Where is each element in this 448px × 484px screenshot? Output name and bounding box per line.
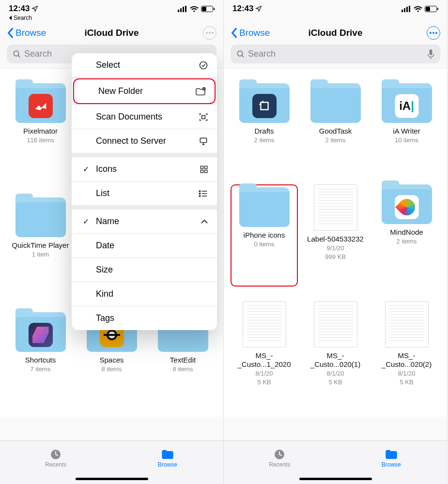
svg-rect-34 [430,49,433,55]
svg-point-8 [209,32,211,34]
wifi-icon [414,6,422,12]
folder-ia-writer[interactable]: iA| iA Writer 10 items [373,83,440,170]
grid-icon [200,165,208,174]
location-icon [31,5,38,12]
context-menu: Select New Folder Scan Documents Connect… [72,53,217,330]
back-caret-icon [9,15,13,20]
svg-rect-3 [185,6,186,12]
menu-select[interactable]: Select [72,53,217,77]
svg-point-33 [237,51,243,56]
pixelmator-app-icon [29,94,53,118]
more-button[interactable] [427,26,440,40]
clock-icon [49,449,62,460]
folder-shortcuts[interactable]: Shortcuts 7 items [7,312,74,412]
back-to-search[interactable]: Search [0,15,223,23]
folder-mindnode[interactable]: MindNode 2 items [373,184,440,287]
svg-rect-1 [180,8,182,12]
search-icon [13,50,21,59]
mindnode-app-icon [395,195,419,219]
document-thumbnail [243,301,286,348]
menu-new-folder[interactable]: New Folder [73,78,216,104]
clock-icon [273,449,286,460]
svg-rect-29 [437,8,438,10]
svg-rect-16 [205,166,207,168]
chevron-left-icon [231,28,237,38]
document-thumbnail [314,301,357,348]
status-time: 12:43 [232,4,253,14]
nav-bar: Browse iCloud Drive [0,23,223,45]
svg-rect-26 [409,6,410,12]
screen-right: 12:43 Browse iCloud Drive Search [224,0,448,484]
file-ms-3[interactable]: MS_-_Custo...020(2) 8/1/20 5 KB [373,301,440,412]
nav-bar: Browse iCloud Drive [224,23,447,45]
battery-icon [425,6,438,12]
menu-view-list[interactable]: List [72,182,217,206]
home-indicator[interactable] [76,478,148,480]
folder-goodtask[interactable]: GoodTask 2 items [302,83,369,170]
folder-pixelmator[interactable]: Pixelmator 116 items [7,83,74,183]
svg-rect-5 [202,7,206,11]
document-thumbnail [314,184,357,231]
menu-sort-size[interactable]: Size [72,258,217,282]
search-input[interactable]: Search [231,45,440,63]
folder-iphone-icons[interactable]: iPhone icons 0 items [231,184,298,287]
cell-signal-icon [178,6,187,12]
svg-rect-17 [201,170,203,172]
document-thumbnail [385,301,429,348]
svg-point-32 [435,32,437,34]
svg-point-10 [14,51,19,56]
menu-sort-tags[interactable]: Tags [72,306,217,330]
menu-sort-date[interactable]: Date [72,234,217,258]
check-circle-icon [199,60,208,70]
shortcuts-app-icon [29,323,53,347]
folder-icon [385,449,398,460]
menu-scan-documents[interactable]: Scan Documents [72,105,217,129]
svg-point-7 [206,32,208,34]
nav-back[interactable]: Browse [7,28,46,38]
svg-rect-18 [205,170,207,172]
chevron-up-icon [201,219,208,224]
tab-bar: Recents Browse [224,440,447,484]
folder-plus-icon [195,87,206,96]
svg-point-19 [199,190,201,192]
tab-bar: Recents Browse [0,440,223,484]
battery-icon [201,6,215,12]
microphone-icon[interactable] [427,49,434,59]
svg-rect-14 [200,138,206,142]
status-bar: 12:43 [0,0,223,15]
nav-title: iCloud Drive [85,28,139,38]
cell-signal-icon [402,6,411,12]
svg-rect-2 [183,7,184,12]
svg-point-20 [199,193,201,194]
file-ms-1[interactable]: MS_-_Custo...1_2020 8/1/20 5 KB [231,301,298,412]
svg-rect-25 [406,7,408,12]
more-button[interactable] [203,26,216,40]
folder-drafts[interactable]: Drafts 2 items [231,83,298,170]
menu-view-icons[interactable]: ✓Icons [72,157,217,182]
wifi-icon [190,6,199,12]
home-indicator[interactable] [299,478,372,480]
svg-rect-15 [201,166,203,168]
nav-title: iCloud Drive [309,28,363,38]
menu-connect-server[interactable]: Connect to Server [72,129,217,153]
svg-point-11 [200,61,207,69]
menu-sort-kind[interactable]: Kind [72,282,217,306]
location-icon [255,5,262,12]
svg-rect-6 [214,8,215,10]
svg-rect-0 [178,10,179,12]
file-ms-2[interactable]: MS_-_Custo...020(1) 8/1/20 5 KB [302,301,369,412]
menu-sort-name[interactable]: ✓Name [72,210,217,234]
ellipsis-icon [206,32,214,34]
svg-point-21 [199,195,201,197]
folder-quicktime[interactable]: QuickTime Player 1 item [7,197,74,297]
folder-icon [161,449,174,460]
ia-writer-app-icon: iA| [395,94,419,118]
svg-point-9 [212,32,214,34]
svg-rect-28 [426,7,430,11]
svg-point-31 [433,32,434,34]
drafts-app-icon [252,94,277,118]
file-label[interactable]: Label-504533232 9/1/20 999 KB [302,184,369,287]
status-bar: 12:43 [224,0,447,15]
svg-rect-24 [404,8,405,12]
nav-back[interactable]: Browse [231,28,270,38]
